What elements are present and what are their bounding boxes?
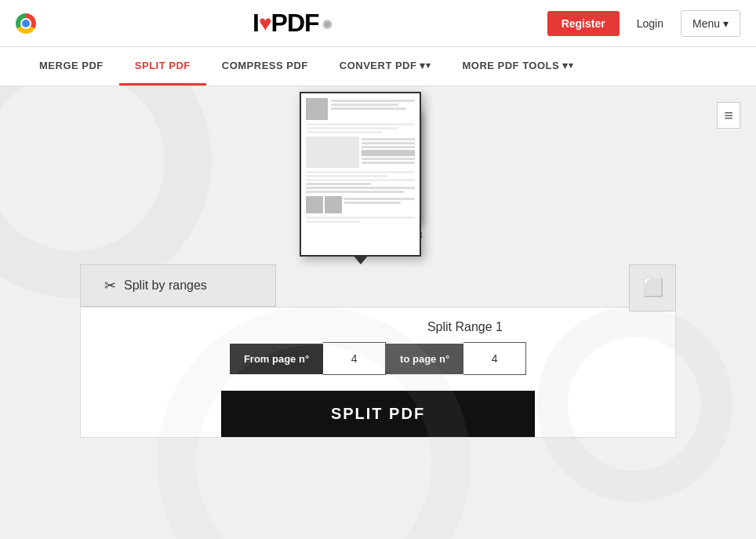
scissors-icon: ✂ (104, 277, 116, 294)
nav-item-compress[interactable]: COMPRESS PDF (206, 47, 324, 86)
from-page-input[interactable] (323, 342, 386, 375)
menu-label: Menu (692, 17, 720, 30)
chevron-down-icon: ▾ (723, 17, 729, 30)
logo-badge: ◉ (322, 17, 331, 30)
register-button[interactable]: Register (547, 11, 620, 36)
logo: I ♥ PDF ◉ (253, 9, 331, 38)
split-range-inputs: From page n° to page n° (214, 342, 542, 391)
logo-i: I (253, 9, 259, 38)
split-other-button[interactable]: ⬜ (629, 264, 676, 311)
split-by-ranges-label: Split by ranges (124, 279, 207, 293)
split-range-header: Split Range 1 (81, 308, 675, 342)
split-range-title: Split Range 1 (427, 320, 503, 334)
menu-button[interactable]: Menu ▾ (681, 10, 740, 37)
header: I ♥ PDF ◉ Register Login Menu ▾ (0, 0, 756, 47)
nav-item-merge[interactable]: MERGE PDF (24, 47, 119, 86)
more-chevron-icon: ▾ (562, 60, 569, 71)
logo-pdf: PDF (271, 9, 319, 38)
view-toggle-button[interactable]: ≡ (717, 102, 740, 129)
split-by-ranges-button[interactable]: ✂ Split by ranges (80, 264, 276, 307)
split-pdf-button[interactable]: SPLIT PDF (221, 391, 535, 437)
page-preview-content (301, 93, 420, 255)
from-page-label: From page n° (230, 344, 323, 374)
page-preview-popup (300, 92, 421, 257)
to-page-input[interactable] (463, 342, 526, 375)
split-pages-icon: ⬜ (642, 278, 663, 298)
preview-arrow-icon (353, 255, 369, 264)
to-page-label: to page n° (386, 344, 463, 374)
main-content: ≡ Autodesk AutoCAD Architecture 2018 Fun… (0, 86, 756, 539)
nav-bar: MERGE PDF SPLIT PDF COMPRESS PDF CONVERT… (0, 47, 756, 86)
grid-icon: ≡ (724, 107, 733, 123)
split-config-panel: Split Range 1 From page n° to page n° SP… (80, 307, 676, 438)
nav-item-convert[interactable]: CONVERT PDF ▾ (324, 47, 447, 86)
nav-item-split[interactable]: SPLIT PDF (119, 47, 206, 86)
logo-heart: ♥ (259, 11, 271, 36)
login-button[interactable]: Login (627, 11, 673, 36)
nav-item-more[interactable]: MORE PDF TOOLS ▾ (446, 47, 589, 86)
header-actions: Register Login Menu ▾ (547, 10, 740, 37)
convert-chevron-icon: ▾ (420, 60, 426, 71)
chrome-browser-icon (16, 13, 36, 34)
split-options-row: ✂ Split by ranges (80, 264, 676, 307)
